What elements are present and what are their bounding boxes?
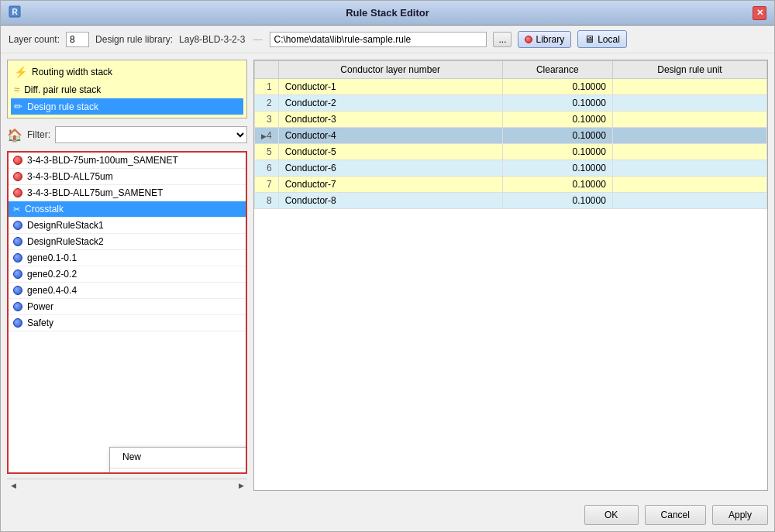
ctx-separator-1 — [110, 468, 247, 469]
rule-item-r10[interactable]: Power — [9, 299, 246, 315]
context-menu: New Ctrl+N Duplicate Delete Del — [109, 447, 247, 474]
rule-item-r4[interactable]: ✂ Crosstalk — [9, 201, 246, 218]
svg-text:R: R — [12, 8, 18, 16]
blue-icon-r10 — [13, 302, 22, 311]
library-button-label: Library — [536, 34, 564, 45]
window-title: Rule Stack Editor — [22, 7, 753, 19]
titlebar: R Rule Stack Editor ✕ — [1, 1, 774, 26]
ok-button[interactable]: OK — [584, 505, 639, 525]
table-cell-num-4: ▶4 — [255, 128, 279, 144]
rule-item-r5[interactable]: DesignRuleStack1 — [9, 218, 246, 234]
ctx-new[interactable]: New Ctrl+N — [110, 448, 247, 466]
rule-item-r2[interactable]: 3-4-3-BLD-ALL75um — [9, 169, 246, 185]
red-icon-r1 — [13, 156, 22, 165]
table-cell-conductor-8[interactable]: Conductor-8 — [278, 193, 502, 209]
filter-label: Filter: — [27, 129, 50, 140]
table-cell-num-6: 6 — [255, 160, 279, 177]
rule-label-r5: DesignRuleStack1 — [27, 220, 104, 231]
rule-item-r1[interactable]: 3-4-3-BLD-75um-100um_SAMENET — [9, 153, 246, 169]
table-cell-clearance-4[interactable]: 0.10000 — [502, 128, 612, 144]
routing-icon: ⚡ — [14, 66, 27, 78]
table-cell-clearance-1[interactable]: 0.10000 — [502, 79, 612, 95]
scrollbar-bottom: ◀ ▶ — [7, 479, 247, 491]
library-name: Lay8-BLD-3-2-3 — [179, 34, 245, 45]
table-cell-conductor-4[interactable]: Conductor-4 — [278, 128, 502, 144]
library-path-input[interactable] — [270, 32, 487, 47]
rule-label-r2: 3-4-3-BLD-ALL75um — [27, 171, 113, 182]
rule-label-r1: 3-4-3-BLD-75um-100um_SAMENET — [27, 155, 178, 166]
ctx-new-label: New — [122, 451, 141, 462]
table-cell-unit-1 — [612, 79, 766, 95]
blue-icon-r5 — [13, 221, 22, 230]
table-cell-unit-4 — [612, 128, 766, 144]
table-cell-clearance-8[interactable]: 0.10000 — [502, 193, 612, 209]
library-button[interactable]: Library — [518, 31, 571, 48]
table-cell-clearance-3[interactable]: 0.10000 — [502, 112, 612, 128]
filter-row: 🏠 Filter: — [7, 123, 247, 146]
table-cell-conductor-2[interactable]: Conductor-2 — [278, 95, 502, 112]
scroll-right-arrow[interactable]: ▶ — [235, 479, 247, 492]
table-cell-num-2: 2 — [255, 95, 279, 112]
table-cell-clearance-6[interactable]: 0.10000 — [502, 160, 612, 177]
close-button[interactable]: ✕ — [753, 6, 766, 20]
main-window: R Rule Stack Editor ✕ Layer count: Desig… — [0, 0, 775, 532]
row-arrow-4: ▶ — [261, 132, 267, 140]
stack-item-design[interactable]: ✏ Design rule stack — [11, 98, 243, 115]
stack-item-diff-label: Diff. pair rule stack — [24, 84, 101, 95]
right-panel: Conductor layer number Clearance Design … — [253, 60, 768, 491]
blue-icon-r6 — [13, 237, 22, 246]
table-cell-conductor-6[interactable]: Conductor-6 — [278, 160, 502, 177]
local-icon: 🖥 — [584, 33, 594, 45]
table-cell-num-5: 5 — [255, 144, 279, 160]
filter-icon: 🏠 — [7, 128, 22, 142]
table-cell-conductor-3[interactable]: Conductor-3 — [278, 112, 502, 128]
stack-item-diff[interactable]: ≈ Diff. pair rule stack — [11, 81, 243, 98]
rules-list-container: 3-4-3-BLD-75um-100um_SAMENET 3-4-3-BLD-A… — [7, 151, 247, 474]
design-icon: ✏ — [14, 101, 22, 112]
footer: OK Cancel Apply — [1, 497, 774, 531]
rule-item-r6[interactable]: DesignRuleStack2 — [9, 234, 246, 250]
stack-type-list: ⚡ Routing width stack ≈ Diff. pair rule … — [7, 60, 247, 118]
table-cell-conductor-1[interactable]: Conductor-1 — [278, 79, 502, 95]
local-button[interactable]: 🖥 Local — [577, 30, 627, 48]
blue-icon-r11 — [13, 318, 22, 328]
table-cell-num-8: 8 — [255, 193, 279, 209]
ctx-duplicate[interactable]: Duplicate — [110, 470, 247, 474]
rule-item-r3[interactable]: 3-4-3-BLD-ALL75um_SAMENET — [9, 185, 246, 201]
scroll-left-arrow[interactable]: ◀ — [7, 479, 19, 492]
rule-item-r11[interactable]: Safety — [9, 315, 246, 331]
rule-label-r3: 3-4-3-BLD-ALL75um_SAMENET — [27, 187, 163, 198]
table-cell-num-3: 3 — [255, 112, 279, 128]
rule-label-r8: gene0.2-0.2 — [27, 269, 77, 280]
filter-select[interactable] — [55, 126, 247, 143]
table-container: Conductor layer number Clearance Design … — [253, 60, 768, 491]
table-cell-conductor-5[interactable]: Conductor-5 — [278, 144, 502, 160]
blue-icon-r8 — [13, 269, 22, 279]
browse-button[interactable]: ... — [493, 32, 512, 47]
table-body: 1Conductor-10.100002Conductor-20.100003C… — [255, 79, 767, 209]
left-panel: ⚡ Routing width stack ≈ Diff. pair rule … — [7, 60, 247, 491]
layer-count-input[interactable] — [66, 32, 89, 47]
rule-item-r8[interactable]: gene0.2-0.2 — [9, 266, 246, 283]
table-cell-clearance-5[interactable]: 0.10000 — [502, 144, 612, 160]
col-header-clearance: Clearance — [502, 61, 612, 79]
table-cell-clearance-2[interactable]: 0.10000 — [502, 95, 612, 112]
knife-icon-r4: ✂ — [13, 204, 20, 215]
toolbar: Layer count: Design rule library: Lay8-B… — [1, 26, 774, 53]
cancel-button[interactable]: Cancel — [645, 505, 706, 525]
rule-item-r9[interactable]: gene0.4-0.4 — [9, 283, 246, 299]
table-cell-unit-5 — [612, 144, 766, 160]
table-cell-conductor-7[interactable]: Conductor-7 — [278, 177, 502, 193]
table-cell-clearance-7[interactable]: 0.10000 — [502, 177, 612, 193]
data-table: Conductor layer number Clearance Design … — [254, 60, 767, 209]
table-cell-unit-8 — [612, 193, 766, 209]
red-icon-r3 — [13, 188, 22, 197]
blue-icon-r9 — [13, 286, 22, 295]
rule-label-r9: gene0.4-0.4 — [27, 285, 77, 296]
apply-button[interactable]: Apply — [712, 505, 768, 525]
rule-item-r7[interactable]: gene0.1-0.1 — [9, 250, 246, 266]
stack-item-routing[interactable]: ⚡ Routing width stack — [11, 63, 243, 81]
col-header-unit: Design rule unit — [612, 61, 766, 79]
table-cell-num-7: 7 — [255, 177, 279, 193]
rule-label-r11: Safety — [27, 317, 53, 328]
